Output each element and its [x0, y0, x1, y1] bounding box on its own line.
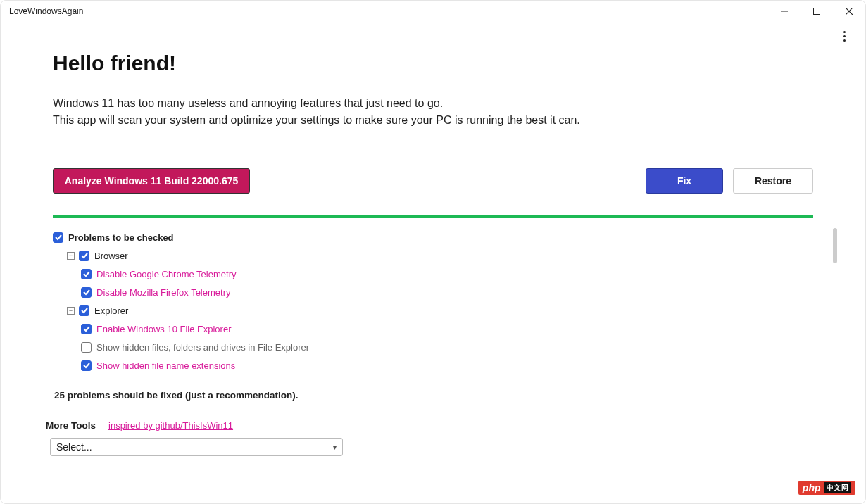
tree-item[interactable]: Enable Windows 10 File Explorer: [53, 320, 813, 338]
collapse-icon[interactable]: −: [67, 307, 75, 315]
window-controls: [768, 1, 865, 22]
page-title: Hello friend!: [53, 51, 813, 75]
app-window: LoveWindowsAgain Hello friend! Windows 1…: [0, 0, 866, 504]
close-icon: [846, 8, 853, 15]
kebab-dot-icon: [843, 35, 846, 37]
intro-text: Windows 11 has too many useless and anno…: [53, 95, 813, 129]
check-icon: [83, 325, 90, 332]
tree-root-label: Problems to be checked: [68, 232, 174, 243]
minimize-button[interactable]: [768, 1, 801, 22]
tree-item-label: Show hidden file name extensions: [96, 360, 235, 371]
kebab-dot-icon: [843, 31, 846, 33]
check-icon: [83, 289, 90, 296]
right-button-group: Fix Restore: [646, 168, 813, 194]
tree-item-label: Show hidden files, folders and drives in…: [96, 342, 309, 353]
tree-item-label: Disable Mozilla Firefox Telemetry: [96, 287, 231, 298]
summary-text: 25 problems should be fixed (just a reco…: [54, 390, 813, 401]
tree-item-label: Disable Google Chrome Telemetry: [96, 269, 236, 279]
checkbox-group[interactable]: [79, 305, 89, 316]
tree-group-explorer[interactable]: − Explorer: [53, 301, 813, 320]
inspired-link[interactable]: inspired by github/ThisIsWin11: [108, 420, 233, 431]
tree-group-label: Browser: [94, 251, 128, 261]
scrollbar-thumb[interactable]: [833, 228, 837, 263]
checkbox-item[interactable]: [81, 287, 92, 298]
window-title: LoveWindowsAgain: [9, 6, 83, 16]
problems-tree-area: Problems to be checked − Browser Disable…: [53, 228, 813, 374]
checkbox-item[interactable]: [81, 269, 92, 279]
check-icon: [81, 307, 88, 314]
collapse-icon[interactable]: −: [67, 252, 75, 260]
chevron-down-icon: ▾: [333, 443, 337, 451]
progress-bar: [53, 215, 813, 218]
check-icon: [81, 252, 88, 259]
svg-rect-1: [814, 8, 820, 15]
check-icon: [83, 362, 90, 369]
action-row: Analyze Windows 11 Build 22000.675 Fix R…: [53, 168, 813, 194]
main-content: Hello friend! Windows 11 has too many us…: [1, 44, 865, 503]
checkbox-root[interactable]: [53, 232, 63, 243]
minimize-icon: [781, 8, 788, 15]
tree-item-label: Enable Windows 10 File Explorer: [96, 324, 231, 334]
maximize-button[interactable]: [801, 1, 833, 22]
tree-root[interactable]: Problems to be checked: [53, 228, 813, 246]
checkbox-group[interactable]: [79, 251, 89, 261]
checkbox-item[interactable]: [81, 342, 92, 353]
watermark: php 中文网: [798, 481, 855, 495]
check-icon: [55, 234, 62, 241]
checkbox-item[interactable]: [81, 360, 92, 371]
close-button[interactable]: [833, 1, 865, 22]
tree-group-browser[interactable]: − Browser: [53, 246, 813, 265]
restore-button[interactable]: Restore: [733, 168, 813, 194]
intro-line: Windows 11 has too many useless and anno…: [53, 95, 813, 112]
tree-item[interactable]: Disable Google Chrome Telemetry: [53, 265, 813, 283]
watermark-suffix: 中文网: [824, 482, 852, 493]
tree-item[interactable]: Disable Mozilla Firefox Telemetry: [53, 283, 813, 301]
more-tools-label: More Tools: [46, 420, 96, 431]
analyze-button[interactable]: Analyze Windows 11 Build 22000.675: [53, 168, 250, 194]
more-tools-select[interactable]: Select... ▾: [50, 438, 343, 456]
tree-group-label: Explorer: [94, 305, 128, 316]
tree-item[interactable]: Show hidden files, folders and drives in…: [53, 338, 813, 356]
fix-button[interactable]: Fix: [646, 168, 723, 194]
select-placeholder: Select...: [56, 441, 92, 453]
check-icon: [83, 270, 90, 277]
more-tools-row: More Tools inspired by github/ThisIsWin1…: [46, 420, 813, 431]
checkbox-item[interactable]: [81, 324, 92, 334]
watermark-text: php: [803, 482, 821, 493]
kebab-area: [1, 22, 865, 44]
tree-item[interactable]: Show hidden file name extensions: [53, 356, 813, 374]
kebab-dot-icon: [843, 39, 846, 42]
intro-line: This app will scan your system and optim…: [53, 112, 813, 129]
maximize-icon: [813, 8, 820, 15]
titlebar: LoveWindowsAgain: [1, 1, 865, 22]
more-menu-button[interactable]: [837, 27, 851, 44]
problems-tree: Problems to be checked − Browser Disable…: [53, 228, 813, 374]
